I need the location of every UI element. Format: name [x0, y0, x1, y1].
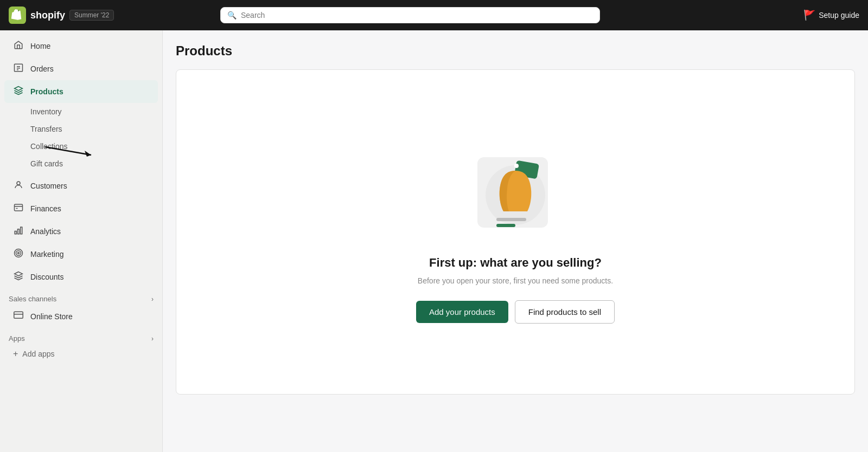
add-apps-label: Add apps	[22, 350, 54, 358]
discounts-icon	[13, 271, 24, 283]
add-products-button[interactable]: Add your products	[416, 301, 508, 323]
sidebar-item-customers-label: Customers	[30, 182, 67, 190]
apps-chevron: ›	[151, 335, 154, 343]
products-icon	[13, 86, 24, 98]
main-content: Products	[163, 30, 868, 452]
empty-state-sub: Before you open your store, first you ne…	[418, 276, 613, 285]
app-header: shopify Summer '22 🔍 🚩 Setup guide	[0, 0, 868, 30]
sidebar-item-transfers-label: Transfers	[30, 125, 62, 133]
shopify-logo-icon	[9, 7, 26, 24]
svg-point-8	[17, 182, 20, 185]
sidebar-item-collections-label: Collections	[30, 142, 67, 151]
sidebar-item-analytics-label: Analytics	[30, 227, 61, 236]
add-apps-item[interactable]: + Add apps	[4, 345, 158, 363]
svg-rect-13	[18, 229, 20, 234]
sidebar-item-marketing[interactable]: Marketing	[4, 243, 158, 266]
svg-rect-12	[15, 231, 16, 234]
sidebar-item-home-label: Home	[30, 42, 50, 50]
sidebar-item-products[interactable]: Products	[4, 80, 158, 103]
sales-channels-label: Sales channels	[9, 295, 56, 303]
logo[interactable]: shopify Summer '22	[9, 7, 114, 24]
sidebar-item-discounts-label: Discounts	[30, 273, 63, 281]
sidebar-item-analytics[interactable]: Analytics	[4, 220, 158, 243]
sidebar-item-transfers[interactable]: Transfers	[4, 120, 158, 138]
svg-point-16	[16, 251, 21, 256]
sidebar-item-orders-label: Orders	[30, 64, 54, 73]
sales-channels-section[interactable]: Sales channels ›	[0, 288, 162, 305]
sidebar-item-discounts[interactable]: Discounts	[4, 266, 158, 288]
version-badge: Summer '22	[69, 10, 114, 21]
sidebar-item-collections[interactable]: Collections	[4, 138, 158, 155]
find-products-button[interactable]: Find products to sell	[515, 300, 615, 324]
empty-state-heading: First up: what are you selling?	[429, 256, 602, 270]
search-container: 🔍	[220, 7, 600, 23]
sidebar-item-customers[interactable]: Customers	[4, 175, 158, 197]
svg-rect-24	[496, 218, 526, 221]
sidebar-item-products-label: Products	[30, 87, 63, 96]
sidebar-item-inventory[interactable]: Inventory	[4, 103, 158, 120]
sales-channels-chevron: ›	[151, 295, 154, 303]
sidebar-item-online-store[interactable]: Online Store	[4, 305, 158, 328]
sidebar-item-marketing-label: Marketing	[30, 250, 63, 259]
header-right: 🚩 Setup guide	[803, 9, 859, 21]
apps-section[interactable]: Apps ›	[0, 328, 162, 345]
app-body: Home Orders Products Inventory Transfers…	[0, 30, 868, 452]
sidebar-item-orders[interactable]: Orders	[4, 57, 158, 80]
search-input-wrap[interactable]: 🔍	[220, 7, 600, 23]
svg-rect-9	[15, 204, 23, 211]
sidebar-item-finances-label: Finances	[30, 204, 61, 213]
online-store-icon	[13, 311, 24, 322]
finances-icon	[13, 203, 24, 215]
sidebar-item-inventory-label: Inventory	[30, 107, 62, 116]
sidebar: Home Orders Products Inventory Transfers…	[0, 30, 163, 452]
sidebar-item-finances[interactable]: Finances	[4, 197, 158, 220]
search-input[interactable]	[241, 11, 593, 20]
search-icon: 🔍	[227, 11, 237, 20]
flag-icon: 🚩	[803, 9, 815, 21]
empty-state-card: First up: what are you selling? Before y…	[176, 69, 855, 395]
svg-rect-14	[21, 227, 22, 234]
orders-icon	[13, 63, 24, 75]
svg-rect-18	[14, 312, 23, 318]
sidebar-item-online-store-label: Online Store	[30, 312, 73, 321]
empty-state-actions: Add your products Find products to sell	[416, 300, 615, 324]
sidebar-item-gift-cards[interactable]: Gift cards	[4, 155, 158, 172]
analytics-icon	[13, 225, 24, 237]
svg-marker-5	[15, 87, 23, 91]
svg-point-23	[514, 164, 519, 168]
setup-guide-label[interactable]: Setup guide	[819, 11, 859, 20]
apps-label: Apps	[9, 334, 25, 343]
customers-icon	[13, 180, 24, 192]
sidebar-item-gift-cards-label: Gift cards	[30, 159, 63, 168]
page-title: Products	[176, 43, 855, 59]
home-icon	[13, 40, 24, 52]
marketing-icon	[13, 248, 24, 260]
add-apps-plus-icon: +	[13, 349, 18, 359]
product-illustration	[467, 141, 564, 238]
svg-rect-25	[496, 224, 515, 227]
svg-point-17	[18, 253, 20, 254]
shopify-wordmark: shopify	[30, 10, 65, 21]
sidebar-item-home[interactable]: Home	[4, 35, 158, 57]
